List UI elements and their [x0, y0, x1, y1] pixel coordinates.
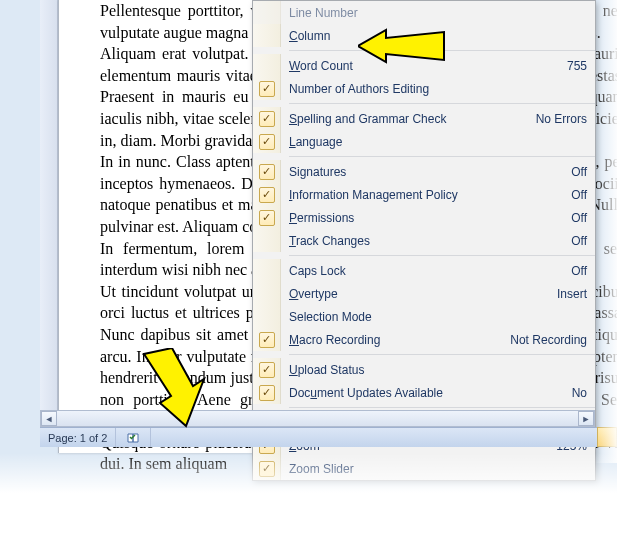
menu-item-information-management-policy[interactable]: ✓Information Management PolicyOff: [253, 183, 595, 206]
menu-item-permissions[interactable]: ✓PermissionsOff: [253, 206, 595, 229]
menu-item-selection-mode[interactable]: Selection Mode: [253, 305, 595, 328]
status-bar[interactable]: Page: 1 of 2: [40, 427, 599, 447]
menu-item-value: Off: [565, 211, 587, 225]
menu-separator: [289, 407, 595, 408]
checkmark-icon: ✓: [259, 134, 275, 150]
menu-item-label: Macro Recording: [289, 333, 504, 347]
menu-item-value: Off: [565, 188, 587, 202]
menu-item-label: Information Management Policy: [289, 188, 565, 202]
menu-item-value: No: [566, 386, 587, 400]
menu-item-track-changes[interactable]: Track ChangesOff: [253, 229, 595, 252]
book-check-icon: [126, 431, 140, 445]
vertical-ruler: [40, 0, 58, 443]
menu-item-zoom-slider[interactable]: ✓Zoom Slider: [253, 457, 595, 480]
menu-item-overtype[interactable]: OvertypeInsert: [253, 282, 595, 305]
menu-item-label: Line Number: [289, 6, 587, 20]
menu-check-column: [253, 54, 281, 77]
menu-item-language[interactable]: ✓Language: [253, 130, 595, 153]
menu-item-value: Off: [565, 234, 587, 248]
menu-check-column: [253, 305, 281, 328]
menu-separator: [289, 354, 595, 355]
menu-item-label: Document Updates Available: [289, 386, 566, 400]
menu-check-column: ✓: [253, 457, 281, 480]
menu-separator: [289, 255, 595, 256]
horizontal-scrollbar[interactable]: ◄ ►: [40, 410, 595, 427]
menu-check-column: [253, 259, 281, 282]
checkmark-icon: ✓: [259, 81, 275, 97]
menu-item-label: Track Changes: [289, 234, 565, 248]
menu-item-number-of-authors-editing[interactable]: ✓Number of Authors Editing: [253, 77, 595, 100]
menu-item-caps-lock[interactable]: Caps LockOff: [253, 259, 595, 282]
menu-item-value: No Errors: [530, 112, 587, 126]
menu-item-label: Column: [289, 29, 587, 43]
scroll-right-button[interactable]: ►: [578, 411, 594, 426]
menu-item-column[interactable]: Column: [253, 24, 595, 47]
menu-check-column: [253, 229, 281, 252]
menu-item-label: Spelling and Grammar Check: [289, 112, 530, 126]
menu-check-column: ✓: [253, 183, 281, 206]
menu-item-value: Insert: [551, 287, 587, 301]
menu-check-column: ✓: [253, 160, 281, 183]
menu-separator: [289, 103, 595, 104]
menu-check-column: ✓: [253, 358, 281, 381]
menu-item-value: Off: [565, 165, 587, 179]
menu-item-word-count[interactable]: Word Count755: [253, 54, 595, 77]
menu-check-column: ✓: [253, 77, 281, 100]
statusbar-context-menu[interactable]: Line NumberColumnWord Count755✓Number of…: [252, 0, 596, 481]
menu-check-column: [253, 24, 281, 47]
menu-item-label: Zoom Slider: [289, 462, 587, 476]
menu-item-signatures[interactable]: ✓SignaturesOff: [253, 160, 595, 183]
view-buttons-panel[interactable]: [597, 427, 617, 447]
menu-item-label: Overtype: [289, 287, 551, 301]
status-page-label: Page: 1 of 2: [48, 432, 107, 444]
menu-item-macro-recording[interactable]: ✓Macro RecordingNot Recording: [253, 328, 595, 351]
scroll-left-button[interactable]: ◄: [41, 411, 57, 426]
menu-check-column: [253, 1, 281, 24]
menu-item-spelling-and-grammar-check[interactable]: ✓Spelling and Grammar CheckNo Errors: [253, 107, 595, 130]
menu-item-label: Signatures: [289, 165, 565, 179]
menu-item-label: Caps Lock: [289, 264, 565, 278]
menu-item-document-updates-available[interactable]: ✓Document Updates AvailableNo: [253, 381, 595, 404]
menu-separator: [289, 50, 595, 51]
checkmark-icon: ✓: [259, 164, 275, 180]
menu-item-label: Language: [289, 135, 587, 149]
menu-item-label: Selection Mode: [289, 310, 587, 324]
checkmark-icon: ✓: [259, 461, 275, 477]
menu-item-value: Off: [565, 264, 587, 278]
menu-item-value: 755: [561, 59, 587, 73]
menu-check-column: ✓: [253, 328, 281, 351]
menu-check-column: ✓: [253, 107, 281, 130]
checkmark-icon: ✓: [259, 187, 275, 203]
status-empty-segment[interactable]: [151, 428, 167, 447]
menu-item-label: Permissions: [289, 211, 565, 225]
menu-item-label: Upload Status: [289, 363, 587, 377]
status-page-indicator[interactable]: Page: 1 of 2: [40, 428, 116, 447]
menu-check-column: ✓: [253, 206, 281, 229]
checkmark-icon: ✓: [259, 111, 275, 127]
menu-item-line-number[interactable]: Line Number: [253, 1, 595, 24]
menu-check-column: ✓: [253, 381, 281, 404]
checkmark-icon: ✓: [259, 210, 275, 226]
menu-item-upload-status[interactable]: ✓Upload Status: [253, 358, 595, 381]
checkmark-icon: ✓: [259, 332, 275, 348]
status-proofing-button[interactable]: [116, 428, 151, 447]
menu-item-label: Number of Authors Editing: [289, 82, 587, 96]
menu-separator: [289, 156, 595, 157]
menu-item-value: Not Recording: [504, 333, 587, 347]
menu-item-label: Word Count: [289, 59, 561, 73]
menu-check-column: ✓: [253, 130, 281, 153]
checkmark-icon: ✓: [259, 385, 275, 401]
checkmark-icon: ✓: [259, 362, 275, 378]
menu-check-column: [253, 282, 281, 305]
